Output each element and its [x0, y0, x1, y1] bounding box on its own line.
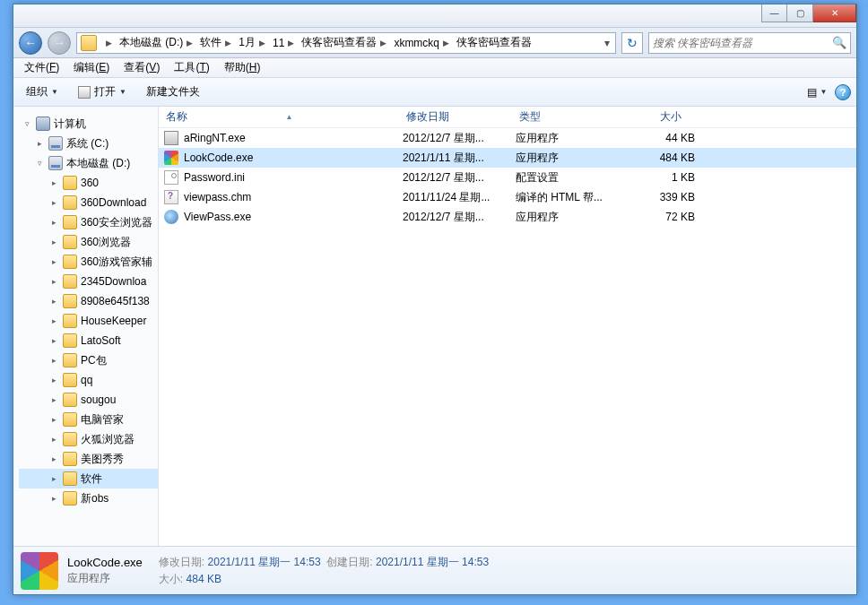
- file-type: 配置设置: [516, 170, 632, 186]
- expand-icon[interactable]: ▸: [49, 376, 59, 385]
- tree-folder[interactable]: ▸360Download: [19, 193, 158, 212]
- tree-folder[interactable]: ▸新obs: [19, 488, 158, 508]
- tree-folder[interactable]: ▸LatoSoft: [19, 331, 158, 350]
- column-headers: 名称▲ 修改日期 类型 大小: [159, 107, 856, 128]
- refresh-button[interactable]: ↻: [621, 32, 643, 54]
- tree-folder[interactable]: ▸qq: [19, 370, 158, 390]
- tree-folder[interactable]: ▸2345Downloa: [19, 272, 158, 291]
- folder-icon: [63, 393, 77, 407]
- titlebar[interactable]: — ▢ ✕: [13, 4, 856, 28]
- tree-folder[interactable]: ▸360浏览器: [19, 232, 158, 252]
- tree-computer[interactable]: ▿计算机: [19, 114, 158, 134]
- search-box[interactable]: 🔍: [648, 32, 851, 54]
- menu-tools[interactable]: 工具(T): [167, 58, 216, 77]
- tree-folder[interactable]: ▸火狐浏览器: [19, 429, 158, 449]
- forward-button[interactable]: →: [48, 31, 71, 55]
- folder-icon: [63, 353, 77, 367]
- folder-icon: [81, 35, 97, 51]
- column-type[interactable]: 类型: [512, 107, 629, 127]
- search-input[interactable]: [653, 37, 832, 49]
- expand-icon[interactable]: ▸: [35, 139, 45, 148]
- file-icon: [164, 170, 178, 185]
- details-pane: LookCode.exe 应用程序 修改日期: 2021/1/11 星期一 14…: [13, 546, 856, 594]
- expand-icon[interactable]: ▸: [49, 435, 59, 444]
- tree-folder[interactable]: ▸360游戏管家辅: [19, 252, 158, 272]
- expand-icon[interactable]: ▸: [49, 395, 59, 404]
- expand-icon[interactable]: ▸: [49, 415, 59, 424]
- expand-icon[interactable]: ▸: [49, 454, 59, 463]
- file-type: 编译的 HTML 帮...: [516, 190, 632, 205]
- navigation-pane: ▿计算机▸系统 (C:)▿本地磁盘 (D:)▸360▸360Download▸3…: [13, 107, 159, 546]
- menu-help[interactable]: 帮助(H): [217, 58, 268, 77]
- file-type: 应用程序: [516, 131, 632, 146]
- expand-icon[interactable]: ▸: [49, 277, 59, 286]
- tree-folder[interactable]: ▸360: [19, 173, 158, 193]
- open-button[interactable]: 打开 ▼: [71, 82, 134, 103]
- close-button[interactable]: ✕: [813, 4, 856, 22]
- file-list-pane: 名称▲ 修改日期 类型 大小 aRingNT.exe 2012/12/7 星期.…: [159, 107, 856, 546]
- tree-folder[interactable]: ▸电脑管家: [19, 410, 158, 429]
- menu-file[interactable]: 文件(F): [17, 58, 66, 77]
- expand-icon[interactable]: ▸: [49, 178, 59, 187]
- expand-icon[interactable]: ▸: [49, 316, 59, 325]
- breadcrumb[interactable]: ▶: [99, 33, 116, 53]
- expand-icon[interactable]: ▸: [49, 257, 59, 266]
- history-dropdown-icon[interactable]: ▾: [601, 37, 613, 49]
- column-date[interactable]: 修改日期: [399, 107, 512, 127]
- tree-folder[interactable]: ▸HouseKeeper: [19, 311, 158, 331]
- expand-icon[interactable]: ▸: [49, 474, 59, 483]
- tree-label: 电脑管家: [81, 412, 124, 428]
- expand-icon[interactable]: ▸: [49, 238, 59, 246]
- details-filename: LookCode.exe: [67, 556, 143, 569]
- file-name: ViewPass.exe: [184, 211, 403, 223]
- new-folder-button[interactable]: 新建文件夹: [139, 82, 207, 103]
- breadcrumb[interactable]: 本地磁盘 (D:)▶: [116, 33, 196, 53]
- expand-icon[interactable]: ▸: [49, 336, 59, 345]
- tree-folder[interactable]: ▸软件: [19, 469, 158, 488]
- file-icon: [164, 131, 178, 145]
- expand-icon[interactable]: ▿: [22, 119, 32, 128]
- menu-edit[interactable]: 编辑(E): [66, 58, 117, 77]
- expand-icon[interactable]: ▸: [49, 356, 59, 365]
- breadcrumb[interactable]: 软件▶: [196, 33, 235, 53]
- organize-button[interactable]: 组织 ▼: [19, 82, 65, 103]
- column-name[interactable]: 名称▲: [159, 107, 399, 127]
- maximize-button[interactable]: ▢: [787, 4, 813, 22]
- expand-icon[interactable]: ▸: [49, 218, 59, 227]
- expand-icon[interactable]: ▸: [49, 297, 59, 306]
- help-button[interactable]: ?: [835, 84, 851, 100]
- breadcrumb[interactable]: 侠客密码查看器: [453, 33, 535, 53]
- search-icon[interactable]: 🔍: [832, 36, 846, 49]
- tree-folder[interactable]: ▸sougou: [19, 390, 158, 410]
- breadcrumb[interactable]: 1月▶: [235, 33, 269, 53]
- column-size[interactable]: 大小: [629, 107, 700, 127]
- file-row[interactable]: LookCode.exe 2021/1/11 星期... 应用程序 484 KB: [159, 148, 856, 168]
- menu-view[interactable]: 查看(V): [117, 58, 167, 77]
- tree-label: 系统 (C:): [66, 136, 108, 151]
- drive-icon: [48, 156, 63, 170]
- file-row[interactable]: aRingNT.exe 2012/12/7 星期... 应用程序 44 KB: [159, 128, 856, 148]
- tree-folder[interactable]: ▸PC包: [19, 350, 158, 370]
- pane-splitter[interactable]: [154, 107, 158, 546]
- breadcrumb[interactable]: xkmmckq▶: [390, 33, 453, 53]
- tree-folder[interactable]: ▸美图秀秀: [19, 449, 158, 469]
- file-row[interactable]: ViewPass.exe 2012/12/7 星期... 应用程序 72 KB: [159, 207, 856, 227]
- tree-label: 360Download: [81, 196, 146, 209]
- file-date: 2012/12/7 星期...: [403, 210, 516, 225]
- tree-drive-c[interactable]: ▸系统 (C:): [19, 134, 158, 153]
- view-options-button[interactable]: ▤▼: [804, 82, 829, 102]
- tree-folder[interactable]: ▸8908e645f138: [19, 291, 158, 311]
- tree-folder[interactable]: ▸360安全浏览器: [19, 212, 158, 232]
- address-bar[interactable]: ▶ 本地磁盘 (D:)▶ 软件▶ 1月▶ 11▶ 侠客密码查看器▶ xkmmck…: [76, 32, 616, 54]
- file-row[interactable]: viewpass.chm 2011/11/24 星期... 编译的 HTML 帮…: [159, 187, 856, 207]
- file-row[interactable]: Password.ini 2012/12/7 星期... 配置设置 1 KB: [159, 168, 856, 187]
- minimize-button[interactable]: —: [761, 4, 787, 22]
- tree-label: 360浏览器: [81, 235, 131, 250]
- breadcrumb[interactable]: 11▶: [269, 33, 298, 53]
- expand-icon[interactable]: ▿: [35, 159, 45, 168]
- tree-drive-d[interactable]: ▿本地磁盘 (D:): [19, 153, 158, 173]
- expand-icon[interactable]: ▸: [49, 198, 59, 207]
- breadcrumb[interactable]: 侠客密码查看器▶: [298, 33, 390, 53]
- expand-icon[interactable]: ▸: [49, 494, 59, 503]
- back-button[interactable]: ←: [19, 31, 42, 55]
